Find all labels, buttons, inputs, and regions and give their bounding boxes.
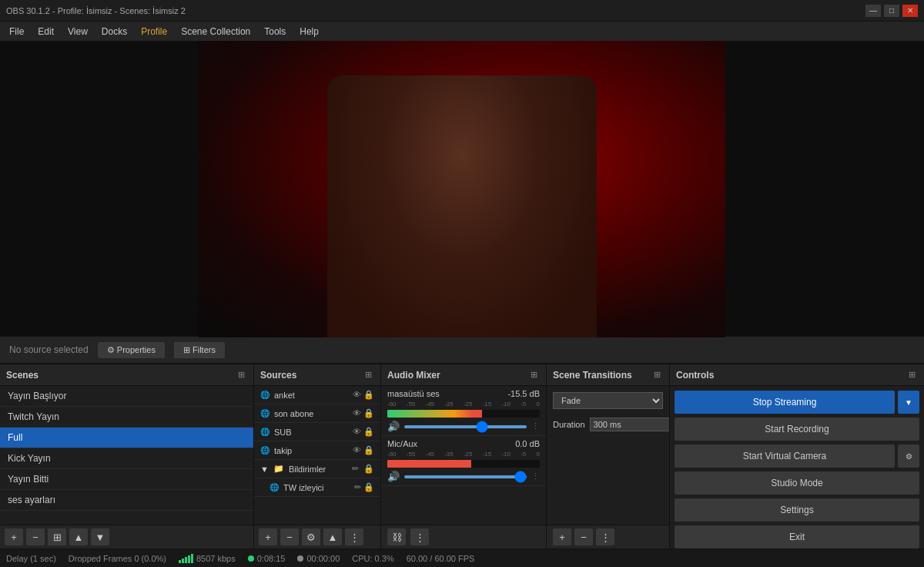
source-globe-icon: 🌐	[260, 391, 270, 399]
sources-add-btn[interactable]: +	[259, 528, 277, 545]
filters-button[interactable]: ⊞ Filters	[174, 342, 225, 358]
audio-menu-btn[interactable]: ⋮	[531, 421, 540, 431]
audio-mixer-expand-btn[interactable]: ⊞	[528, 369, 540, 381]
menu-item-scene-collection[interactable]: Scene Collection	[175, 25, 256, 39]
cpu-status: CPU: 0.3%	[352, 554, 393, 563]
signal-bar-2	[182, 559, 184, 563]
audio-level-db: 0.0 dB	[515, 439, 540, 448]
scene-item[interactable]: Kick Yayın	[0, 448, 253, 469]
audio-link-btn[interactable]: ⛓	[387, 528, 406, 545]
scenes-add-btn[interactable]: +	[5, 528, 23, 545]
sources-title: Sources	[260, 370, 296, 381]
source-edit-icon[interactable]: ✏	[352, 464, 359, 474]
fps-text: 60.00 / 60.00 FPS	[407, 554, 475, 563]
sources-remove-btn[interactable]: −	[280, 528, 299, 545]
scene-item[interactable]: Yayın Bitti	[0, 469, 253, 490]
dropped-frames-text: Dropped Frames 0 (0.0%)	[69, 554, 166, 563]
source-eye-icon[interactable]: 👁	[353, 427, 361, 437]
signal-bar-3	[185, 557, 187, 563]
properties-button[interactable]: ⚙ Properties	[98, 342, 165, 358]
bitrate-status: 8507 kbps	[179, 554, 236, 563]
audio-tracks: masaüstü ses -15.5 dB -60-55-45-35-25-15…	[381, 386, 546, 525]
source-group[interactable]: ▼ 📁 Bildirimler ✏ 🔒	[254, 460, 380, 478]
menu-item-edit[interactable]: Edit	[32, 25, 60, 39]
audio-meter	[387, 460, 540, 468]
transition-type-select[interactable]: Fade Cut Swipe	[553, 392, 663, 409]
source-lock-icon[interactable]: 🔒	[363, 482, 374, 492]
transitions-menu-btn[interactable]: ⋮	[596, 528, 614, 545]
duration-input[interactable]	[590, 418, 670, 431]
source-bar: No source selected ⚙ Properties ⊞ Filter…	[0, 336, 924, 364]
scene-item[interactable]: Twitch Yayın	[0, 407, 253, 428]
scenes-remove-btn[interactable]: −	[26, 528, 45, 545]
menu-item-tools[interactable]: Tools	[258, 25, 292, 39]
sources-filter-btn[interactable]: ⚙	[302, 528, 320, 545]
audio-controls: 🔊 ⋮	[387, 471, 540, 482]
transitions-remove-btn[interactable]: −	[574, 528, 593, 545]
source-lock-icon[interactable]: 🔒	[363, 390, 374, 400]
streaming-arrow-btn[interactable]: ▼	[898, 391, 919, 414]
record-time-text: 00:00:00	[306, 554, 340, 563]
volume-slider[interactable]	[404, 475, 527, 478]
scene-item[interactable]: ses ayarları	[0, 490, 253, 511]
menu-item-help[interactable]: Help	[293, 25, 325, 39]
menu-item-docks[interactable]: Docks	[95, 25, 133, 39]
audio-mute-btn[interactable]: 🔊	[387, 471, 400, 482]
minimize-button[interactable]: —	[865, 5, 881, 17]
source-controls: 👁 🔒	[353, 445, 374, 455]
source-eye-icon[interactable]: 👁	[353, 445, 361, 455]
scenes-expand-btn[interactable]: ⊞	[236, 369, 247, 381]
start-recording-button[interactable]: Start Recording	[675, 418, 919, 441]
volume-slider[interactable]	[404, 425, 527, 428]
sources-expand-btn[interactable]: ⊞	[363, 369, 374, 381]
source-eye-icon[interactable]: 👁	[353, 408, 361, 418]
source-lock-icon[interactable]: 🔒	[363, 464, 374, 474]
source-item[interactable]: 🌐 takip 👁 🔒	[254, 441, 380, 460]
audio-track-name: masaüstü ses	[387, 389, 440, 398]
virtual-camera-settings-btn[interactable]: ⚙	[898, 445, 919, 468]
scenes-filter-btn[interactable]: ⊞	[48, 528, 66, 545]
titlebar-title: OBS 30.1.2 - Profile: İsimsiz - Scenes: …	[6, 6, 186, 15]
source-lock-icon[interactable]: 🔒	[363, 445, 374, 455]
source-item[interactable]: 🌐 anket 👁 🔒	[254, 386, 380, 404]
source-globe-icon: 🌐	[260, 446, 270, 455]
sources-menu-btn[interactable]: ⋮	[345, 528, 363, 545]
audio-mute-btn[interactable]: 🔊	[387, 421, 400, 432]
source-item[interactable]: 🌐 son abone 👁 🔒	[254, 404, 380, 423]
scenes-down-btn[interactable]: ▼	[91, 528, 109, 545]
menu-item-file[interactable]: File	[3, 25, 30, 39]
controls-title: Controls	[676, 370, 714, 381]
settings-button[interactable]: Settings	[675, 498, 919, 522]
source-lock-icon[interactable]: 🔒	[363, 408, 374, 418]
source-lock-icon[interactable]: 🔒	[363, 427, 374, 437]
scenes-up-btn[interactable]: ▲	[69, 528, 88, 545]
studio-mode-button[interactable]: Studio Mode	[675, 471, 919, 495]
signal-bar-1	[179, 560, 181, 563]
audio-menu-btn[interactable]: ⋮	[410, 528, 429, 545]
stop-streaming-button[interactable]: Stop Streaming	[675, 391, 895, 414]
signal-bar-5	[191, 554, 193, 563]
menu-item-view[interactable]: View	[62, 25, 94, 39]
close-button[interactable]: ✕	[902, 5, 918, 17]
transitions-expand-btn[interactable]: ⊞	[651, 369, 663, 381]
sources-up-btn[interactable]: ▲	[323, 528, 342, 545]
sources-footer: + − ⚙ ▲ ⋮	[254, 525, 380, 549]
source-item[interactable]: 🌐 SUB 👁 🔒	[254, 423, 380, 441]
start-virtual-camera-button[interactable]: Start Virtual Camera	[675, 445, 895, 468]
scenes-panel: Scenes ⊞ Yayın Başlıyor Twitch Yayın Ful…	[0, 364, 254, 549]
scene-item-active[interactable]: Full	[0, 428, 253, 448]
source-folder-icon: 📁	[273, 464, 284, 474]
source-edit-icon[interactable]: ✏	[354, 482, 361, 492]
audio-menu-btn[interactable]: ⋮	[531, 471, 540, 481]
transitions-add-btn[interactable]: +	[553, 528, 571, 545]
recording-row: Start Recording	[675, 418, 919, 441]
scenes-panel-header: Scenes ⊞	[0, 364, 253, 386]
menu-item-profile[interactable]: Profile	[135, 25, 173, 39]
exit-button[interactable]: Exit	[675, 525, 919, 549]
source-eye-icon[interactable]: 👁	[353, 390, 361, 400]
source-globe-icon: 🌐	[260, 409, 270, 418]
maximize-button[interactable]: □	[884, 5, 899, 17]
source-item-indented[interactable]: 🌐 TW izleyici ✏ 🔒	[254, 478, 380, 497]
controls-expand-btn[interactable]: ⊞	[906, 369, 918, 381]
scene-item[interactable]: Yayın Başlıyor	[0, 386, 253, 407]
